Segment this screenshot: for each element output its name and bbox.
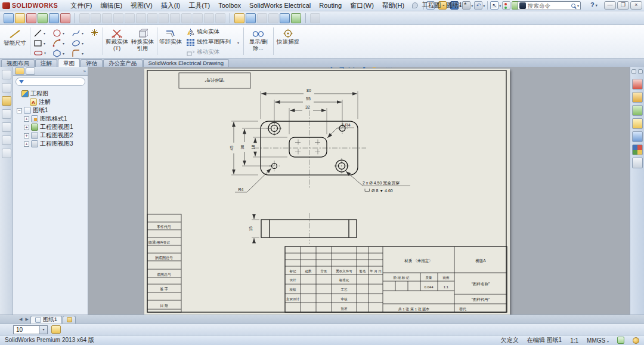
note-tool-icon[interactable] <box>2 70 11 79</box>
tree-item-view2[interactable]: + 工程图视图2 <box>14 131 86 140</box>
expand-icon[interactable]: + <box>24 116 29 122</box>
restore-button[interactable]: ❐ <box>617 1 629 10</box>
polygon-tool[interactable]: ▾ <box>52 49 64 58</box>
dim-height[interactable]: 45 <box>230 146 234 150</box>
color-display-mode-icon[interactable] <box>291 13 301 23</box>
close-button[interactable]: × <box>630 1 642 10</box>
graphics-area[interactable]: “图样代号” <box>91 67 630 315</box>
panel-chevron-icon[interactable]: » <box>83 69 86 74</box>
taskpane-pin-icon[interactable] <box>631 69 636 74</box>
expand-icon[interactable]: + <box>24 125 29 130</box>
layer-properties-button[interactable] <box>51 325 61 334</box>
dim-width[interactable]: 80 <box>306 88 311 93</box>
propertymanager-tab-icon[interactable] <box>26 67 35 75</box>
sheet-nav-prev-icon[interactable]: ◀ <box>18 317 23 322</box>
tags-icon[interactable] <box>617 337 624 344</box>
help-button[interactable]: ?▾ <box>590 1 597 8</box>
rectangle-tool[interactable]: ▾ <box>33 39 45 48</box>
ellipse-tool[interactable]: ▾ <box>72 39 83 48</box>
weld-symbol-tool-icon[interactable] <box>2 109 11 119</box>
layer-select-caret-icon[interactable]: ▾ <box>39 326 47 334</box>
convert-entities-button[interactable]: 转换实体引用 <box>130 26 155 51</box>
search-caret-icon[interactable]: ▾ <box>577 4 579 8</box>
add-sheet-tab[interactable] <box>63 316 76 324</box>
tab-annotation[interactable]: 注解 <box>35 59 57 67</box>
toolbar-dimension-icon[interactable] <box>26 13 36 23</box>
tab-view-layout[interactable]: 视图布局 <box>1 59 35 67</box>
menu-file[interactable]: 文件(F) <box>66 1 96 11</box>
quick-tips-icon[interactable] <box>633 337 639 344</box>
geometric-tolerance-tool-icon[interactable] <box>2 122 11 132</box>
note-pocket-radius[interactable]: 4-R4 <box>341 123 350 127</box>
tab-evaluate[interactable]: 评估 <box>80 59 103 67</box>
display-delete-relations-button[interactable]: 显示/删除... <box>246 26 271 51</box>
collapse-icon[interactable]: − <box>17 108 22 113</box>
sw-resources-icon[interactable] <box>632 79 643 90</box>
toolbar-sketch-icon[interactable] <box>15 13 25 23</box>
menu-sw-electrical[interactable]: SolidWorks Electrical <box>245 1 315 10</box>
file-explorer-icon[interactable] <box>632 105 643 116</box>
expand-icon[interactable]: + <box>24 133 29 138</box>
dim-pocket-height[interactable]: 18 <box>251 145 255 150</box>
tree-item-sheet1[interactable]: − 图纸1 <box>14 106 86 115</box>
note-hole-callout-1[interactable]: 2 x Ø 4.50 完全贯穿 <box>363 181 400 186</box>
command-search[interactable]: ▾ <box>518 1 581 10</box>
line-color-icon[interactable] <box>246 13 256 23</box>
dim-hole-span-v[interactable]: 30 <box>240 145 244 150</box>
hide-show-edges-icon[interactable] <box>280 13 290 23</box>
view-palette-icon[interactable] <box>632 118 643 129</box>
toolbar-screen-capture-icon[interactable] <box>4 13 14 23</box>
quick-snaps-button[interactable]: 快速捕捉 <box>275 26 301 45</box>
line-style-icon[interactable] <box>268 13 278 23</box>
menu-toolbox[interactable]: Toolbox <box>214 1 245 10</box>
menu-view[interactable]: 视图(V) <box>126 1 157 11</box>
dim-thickness[interactable]: 15 <box>249 226 253 231</box>
tree-root-drawing[interactable]: 工程图 <box>14 90 86 98</box>
dim-pocket-width[interactable]: 32 <box>305 105 310 109</box>
slot-tool[interactable]: ▾ <box>33 49 46 57</box>
surface-finish-tool-icon[interactable] <box>2 96 11 106</box>
arc-tool[interactable]: ▾ <box>52 39 64 48</box>
note-hole-callout-2[interactable]: Ø 8 ▼ 4.60 <box>371 189 393 193</box>
toolbar-assembly-icon[interactable] <box>38 13 48 23</box>
drawing-sheet[interactable]: “图样代号” <box>144 69 510 315</box>
featuremanager-tab-icon[interactable] <box>15 67 24 75</box>
status-units[interactable]: MMGS ▾ <box>587 337 609 344</box>
note-corner-radius[interactable]: R4 <box>239 187 244 192</box>
design-library-icon[interactable] <box>632 92 643 103</box>
layer-properties-icon[interactable] <box>234 13 244 23</box>
tab-sketch[interactable]: 草图 <box>58 58 80 67</box>
dim-hole-span[interactable]: 55 <box>306 97 311 101</box>
balloon-tool-icon[interactable] <box>2 83 11 93</box>
search-input[interactable] <box>528 2 569 9</box>
menu-edit[interactable]: 编辑(E) <box>96 1 126 11</box>
layer-select[interactable]: 10 ▾ <box>13 325 48 334</box>
line-tool[interactable]: ▾ <box>33 29 45 38</box>
datum-feature-tool-icon[interactable] <box>2 135 11 145</box>
menu-window[interactable]: 窗口(W) <box>346 1 378 11</box>
corner-code-text[interactable]: “图样代号” <box>205 78 224 82</box>
tab-office-products[interactable]: 办公室产品 <box>103 59 143 67</box>
tree-item-annotations[interactable]: A 注解 <box>14 98 86 106</box>
expand-icon[interactable]: + <box>24 141 29 147</box>
tree-item-view3[interactable]: + 工程图视图3 <box>14 140 86 148</box>
mirror-entities-button[interactable]: 镜向实体 <box>186 28 219 36</box>
rebuild-button[interactable] <box>501 1 511 10</box>
toolbar-tools-icon[interactable] <box>60 13 70 23</box>
taskpane-close-icon[interactable] <box>638 69 643 74</box>
smart-dimension-button[interactable]: 智能尺寸 <box>2 26 28 47</box>
side-view-geometry[interactable] <box>261 220 357 238</box>
pattern-flyout-caret-icon[interactable]: ▾ <box>237 41 239 45</box>
document-recovery-icon[interactable] <box>632 158 643 168</box>
circle-tool[interactable]: ▾ <box>52 29 64 38</box>
linear-sketch-pattern-button[interactable]: 线性草图阵列 <box>186 38 231 46</box>
menu-help[interactable]: 帮助(H) <box>378 1 408 11</box>
move-entities-button[interactable]: 移动实体 <box>186 48 219 56</box>
spline-tool[interactable]: ▾ <box>72 29 83 38</box>
minimize-button[interactable]: — <box>604 1 616 10</box>
toolbar-feature-icon[interactable] <box>49 13 59 23</box>
sheet-nav-next-icon[interactable]: ▶ <box>24 317 29 322</box>
menu-routing[interactable]: Routing <box>315 1 346 10</box>
trim-entities-button[interactable]: 剪裁实体(T) <box>105 26 129 51</box>
tab-sw-electrical-drawing[interactable]: SolidWorks Electrical Drawing <box>143 59 230 67</box>
